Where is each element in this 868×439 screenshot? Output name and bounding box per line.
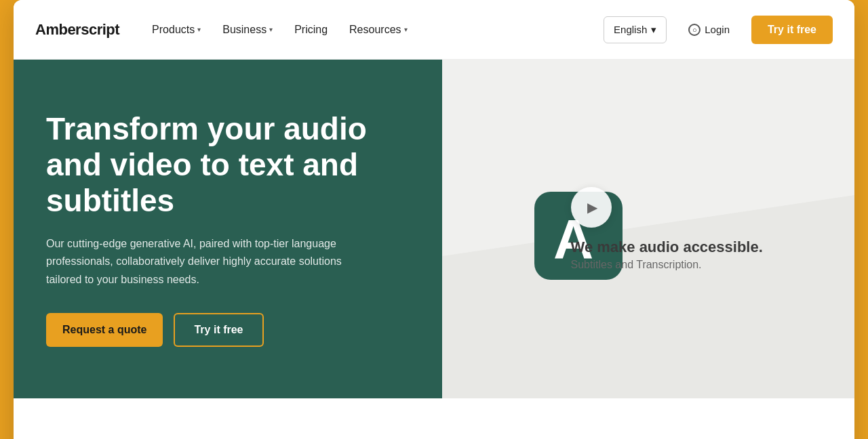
nav-business[interactable]: Business ▾ — [214, 18, 281, 41]
lang-chevron-icon: ▾ — [651, 24, 656, 36]
nav-resources[interactable]: Resources ▾ — [341, 18, 415, 41]
products-chevron-icon: ▾ — [197, 26, 201, 33]
video-sub-text: Subtitles and Transcription. — [571, 259, 763, 271]
hero-section: Transform your audio and video to text a… — [14, 60, 854, 398]
nav-products[interactable]: Products ▾ — [144, 18, 209, 41]
logo[interactable]: Amberscript — [35, 21, 119, 39]
navbar-left: Amberscript Products ▾ Business ▾ Pricin… — [35, 18, 416, 41]
hero-right: A ▶ We make audio accessible. Subtitles … — [442, 60, 854, 398]
play-button[interactable]: ▶ — [571, 187, 612, 228]
products-label: Products — [152, 24, 195, 36]
lang-label: English — [614, 24, 647, 35]
resources-chevron-icon: ▾ — [404, 26, 408, 33]
business-label: Business — [222, 24, 267, 36]
video-main-text: We make audio accessible. — [571, 238, 763, 256]
try-it-free-button[interactable]: Try it free — [751, 16, 833, 44]
browser-window: Amberscript Products ▾ Business ▾ Pricin… — [14, 0, 854, 439]
user-icon: ○ — [688, 24, 701, 36]
hero-title: Transform your audio and video to text a… — [46, 111, 410, 219]
video-text-block: We make audio accessible. Subtitles and … — [571, 238, 763, 271]
login-label: Login — [705, 24, 730, 35]
request-quote-button[interactable]: Request a quote — [46, 313, 163, 347]
login-button[interactable]: ○ Login — [677, 17, 741, 43]
pricing-label: Pricing — [294, 24, 328, 35]
hero-buttons: Request a quote Try it free — [46, 313, 410, 347]
business-chevron-icon: ▾ — [269, 26, 273, 33]
hero-try-free-button[interactable]: Try it free — [174, 313, 263, 347]
navbar-right: English ▾ ○ Login Try it free — [604, 16, 833, 44]
nav-pricing[interactable]: Pricing — [286, 18, 336, 41]
navbar: Amberscript Products ▾ Business ▾ Pricin… — [14, 0, 854, 60]
hero-left: Transform your audio and video to text a… — [14, 60, 442, 398]
hero-subtitle: Our cutting-edge generative AI, paired w… — [46, 235, 358, 289]
nav-links: Products ▾ Business ▾ Pricing Resources … — [144, 18, 415, 41]
play-icon: ▶ — [587, 199, 597, 215]
below-hero — [14, 398, 854, 439]
language-selector[interactable]: English ▾ — [604, 16, 667, 43]
resources-label: Resources — [349, 24, 401, 36]
